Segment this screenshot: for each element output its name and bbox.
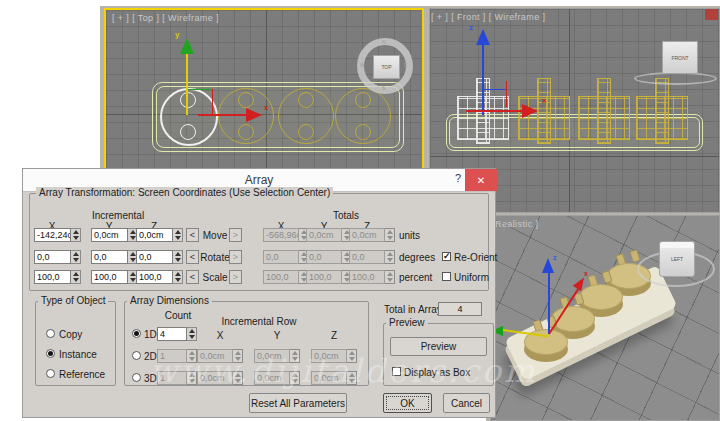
spinner-icon[interactable] — [173, 250, 183, 264]
gizmo-plane-handle-red[interactable] — [506, 81, 507, 107]
dim-3d-label[interactable]: 3D — [144, 373, 157, 384]
socket-3d-3[interactable] — [579, 284, 623, 310]
axis-y-label: y — [175, 30, 179, 39]
move-right-arrow-button[interactable]: > — [229, 228, 242, 242]
socket-top-4-hole-b — [355, 124, 371, 140]
rotate-row-label: Rotate — [200, 252, 230, 263]
array-dimensions-title: Array Dimensions — [127, 295, 212, 306]
viewcube-left-face[interactable]: LEFT — [659, 241, 695, 277]
copy-radio-label[interactable]: Copy — [59, 329, 82, 340]
rotate-total-y-field: 0,0 — [306, 250, 352, 264]
socket-top-3-hole-a — [298, 92, 314, 108]
spinner-icon — [187, 371, 197, 385]
spinner-icon[interactable] — [71, 270, 81, 284]
instance-radio-label[interactable]: Instance — [59, 349, 97, 360]
display-as-box-label[interactable]: Display as Box — [404, 367, 470, 378]
transform-group-title: Array Transformation: Screen Coordinates… — [36, 187, 333, 198]
gizmo-plane-handle-red[interactable] — [212, 89, 213, 115]
close-button-fragment[interactable] — [705, 9, 718, 20]
grid-axis-horizontal — [430, 156, 719, 157]
scale-z-field[interactable]: 100,0 — [136, 270, 183, 284]
gizmo-y-axis-line[interactable] — [186, 54, 188, 115]
gizmo-z-axis-line[interactable] — [482, 43, 484, 115]
gizmo-x-axis-line[interactable] — [198, 114, 246, 116]
scale-x-field[interactable]: 100,0 — [34, 270, 81, 284]
gizmo-x-arrowhead-icon[interactable] — [522, 104, 538, 118]
viewcube-top-face[interactable]: TOP — [373, 55, 400, 79]
dim-1d-label[interactable]: 1D — [144, 329, 157, 340]
gizmo-z-arrowhead-icon[interactable] — [476, 29, 490, 45]
rotate-left-arrow-button[interactable]: < — [186, 250, 199, 264]
move-y-field[interactable]: 0,0cm — [91, 228, 138, 242]
socket-front-4[interactable] — [636, 96, 688, 140]
gizmo-z-axis-line[interactable] — [548, 272, 550, 334]
spinner-icon — [385, 228, 395, 242]
dim-3d-z-field: 0,0cm — [311, 371, 357, 385]
scale-right-arrow-button[interactable]: > — [229, 270, 242, 284]
rotate-right-arrow-button[interactable]: > — [229, 250, 242, 264]
move-left-arrow-button[interactable]: < — [186, 228, 199, 242]
spinner-icon[interactable] — [187, 327, 197, 341]
viewcube-south-label[interactable]: S — [382, 85, 385, 91]
viewport-perspective-label[interactable]: Realistic ] — [495, 219, 538, 229]
instance-radio[interactable] — [46, 349, 55, 358]
gizmo-x-axis-line[interactable] — [466, 110, 522, 112]
gizmo-plane-handle-blue[interactable] — [484, 89, 506, 90]
help-button[interactable]: ? — [451, 172, 465, 188]
gizmo-y-arrowhead-icon[interactable] — [180, 38, 194, 54]
dim-2d-z-field: 0,0cm — [311, 349, 357, 363]
spinner-icon — [187, 349, 197, 363]
spinner-icon[interactable] — [173, 228, 183, 242]
viewport-front-label[interactable]: [ + ] [ Front ] [ Wireframe ] — [431, 12, 545, 22]
dim-2d-x-field: 0,0cm — [197, 349, 243, 363]
viewport-top-label[interactable]: [ + ] [ Top ] [ Wireframe ] — [112, 13, 219, 23]
scale-left-arrow-button[interactable]: < — [186, 270, 199, 284]
spinner-icon[interactable] — [71, 228, 81, 242]
preview-button[interactable]: Preview — [390, 337, 487, 356]
rotate-x-field[interactable]: 0,0 — [34, 250, 81, 264]
display-as-box-checkbox[interactable] — [392, 367, 401, 376]
axis-z-label: z — [553, 254, 557, 261]
move-total-x-field: -568,96c — [263, 228, 309, 242]
reorient-checkbox-label[interactable]: Re-Orient — [454, 252, 497, 263]
ok-button[interactable]: OK — [383, 393, 432, 413]
scale-y-field[interactable]: 100,0 — [91, 270, 138, 284]
dim-1d-count-field[interactable]: 4 — [157, 327, 197, 341]
dim-2d-label[interactable]: 2D — [144, 351, 157, 362]
socket-top-2-hole-b — [238, 124, 254, 140]
dim-1d-radio[interactable] — [132, 329, 141, 338]
dim-col-x-header: X — [210, 330, 230, 341]
socket-front-3[interactable] — [578, 96, 630, 140]
socket-top-3-hole-b — [298, 124, 314, 140]
socket-top-2-hole-a — [238, 92, 254, 108]
gizmo-plane-handle-green[interactable] — [188, 89, 212, 90]
move-x-field[interactable]: -142,24c — [34, 228, 81, 242]
dim-3d-x-field: 0,0cm — [197, 371, 243, 385]
spinner-icon[interactable] — [173, 270, 183, 284]
dim-2d-radio[interactable] — [132, 351, 141, 360]
reset-all-parameters-button[interactable]: Reset All Parameters — [249, 393, 347, 413]
total-in-array-label: Total in Array: — [384, 304, 445, 315]
spinner-icon[interactable] — [71, 250, 81, 264]
uniform-checkbox[interactable] — [442, 272, 451, 281]
viewcube-north-label[interactable]: N — [382, 39, 386, 45]
copy-radio[interactable] — [46, 329, 55, 338]
viewcube-front-face[interactable]: FRONT — [662, 41, 698, 74]
close-button[interactable]: ✕ — [465, 169, 497, 191]
reference-radio-label[interactable]: Reference — [59, 369, 105, 380]
axis-x-label: x — [542, 96, 546, 105]
rotate-z-field[interactable]: 0,0 — [136, 250, 183, 264]
spinner-icon — [233, 371, 243, 385]
scale-total-z-field: 100,0 — [349, 270, 395, 284]
rotate-y-field[interactable]: 0,0 — [91, 250, 138, 264]
reference-radio[interactable] — [46, 369, 55, 378]
viewport-perspective[interactable]: Realistic ] z x LEFT — [490, 215, 720, 421]
uniform-checkbox-label[interactable]: Uniform — [454, 272, 489, 283]
gizmo-x-arrowhead-icon[interactable] — [246, 108, 262, 122]
dim-3d-radio[interactable] — [132, 373, 141, 382]
viewcube-west-label[interactable]: W — [360, 62, 365, 68]
move-z-field[interactable]: 0,0cm — [136, 228, 183, 242]
cancel-button[interactable]: Cancel — [443, 393, 490, 413]
viewcube-east-label[interactable]: E — [404, 62, 407, 68]
reorient-checkbox[interactable] — [442, 252, 451, 261]
